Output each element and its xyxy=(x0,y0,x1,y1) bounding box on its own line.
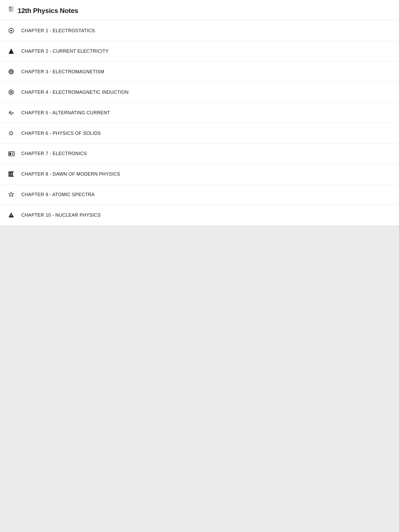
chapter-label-chapter-3: CHAPTER 3 - ELECTROMAGNETISM xyxy=(21,69,104,75)
header: 12th Physics Notes xyxy=(0,0,399,21)
electromagnetism-icon xyxy=(8,69,21,75)
chapter-label-chapter-4: CHAPTER 4 - ELECTROMAGNETIC INDUCTION xyxy=(21,90,129,95)
modern-physics-icon xyxy=(8,171,21,177)
electronics-icon xyxy=(8,151,21,156)
svg-rect-43 xyxy=(11,216,11,217)
chapter-label-chapter-10: CHAPTER 10 - NUCLEAR PHYSICS xyxy=(21,212,101,218)
list-item-chapter-3[interactable]: CHAPTER 3 - ELECTROMAGNETISM xyxy=(0,62,399,82)
nuclear-physics-icon xyxy=(8,212,21,218)
list-item-chapter-9[interactable]: CHAPTER 9 - ATOMIC SPECTRA xyxy=(0,184,399,205)
chapter-label-chapter-7: CHAPTER 7 - ELECTRONICS xyxy=(21,151,87,156)
chapter-label-chapter-6: CHAPTER 6 - PHYSICS OF SOLIDS xyxy=(21,131,101,136)
list-item-chapter-10[interactable]: CHAPTER 10 - NUCLEAR PHYSICS xyxy=(0,205,399,225)
svg-rect-7 xyxy=(10,10,12,11)
physics-of-solids-icon xyxy=(8,130,21,136)
svg-rect-6 xyxy=(10,10,12,10)
document-icon xyxy=(8,6,15,15)
electrostatics-icon xyxy=(8,28,21,34)
svg-rect-42 xyxy=(11,214,11,216)
current-electricity-icon xyxy=(8,48,21,54)
svg-rect-2 xyxy=(10,7,11,8)
svg-rect-37 xyxy=(12,172,13,176)
atomic-spectra-icon xyxy=(8,192,21,197)
svg-rect-3 xyxy=(11,7,12,8)
chapter-label-chapter-2: CHAPTER 2 - CURRENT ELECTRICITY xyxy=(21,49,109,54)
list-item-chapter-4[interactable]: CHAPTER 4 - ELECTROMAGNETIC INDUCTION xyxy=(0,82,399,103)
svg-line-27 xyxy=(12,134,13,135)
svg-point-19 xyxy=(11,92,12,93)
chapter-label-chapter-1: CHAPTER 1 - ELECTROSTATICS xyxy=(21,28,95,34)
chapter-label-chapter-5: CHAPTER 5 - ALTERNATING CURRENT xyxy=(21,110,110,116)
electromagnetic-induction-icon xyxy=(8,89,21,95)
svg-rect-31 xyxy=(9,152,11,155)
svg-rect-5 xyxy=(10,9,12,9)
svg-point-9 xyxy=(10,30,12,31)
list-item-chapter-1[interactable]: CHAPTER 1 - ELECTROSTATICS xyxy=(0,21,399,41)
list-item-chapter-7[interactable]: CHAPTER 7 - ELECTRONICS xyxy=(0,144,399,164)
svg-rect-36 xyxy=(10,172,11,176)
svg-marker-12 xyxy=(9,49,14,54)
svg-line-29 xyxy=(10,134,10,135)
page-title: 12th Physics Notes xyxy=(18,7,78,15)
svg-rect-38 xyxy=(9,171,14,172)
footer-area xyxy=(0,225,399,532)
svg-line-26 xyxy=(10,132,10,132)
list-item-chapter-6[interactable]: CHAPTER 6 - PHYSICS OF SOLIDS xyxy=(0,123,399,144)
app-container: 12th Physics Notes CHAPTER 1 - ELECTROST… xyxy=(0,0,399,532)
svg-rect-35 xyxy=(9,172,10,176)
svg-point-20 xyxy=(10,111,11,113)
list-item-chapter-5[interactable]: CHAPTER 5 - ALTERNATING CURRENT xyxy=(0,103,399,123)
chapter-label-chapter-9: CHAPTER 9 - ATOMIC SPECTRA xyxy=(21,192,95,197)
svg-marker-40 xyxy=(9,192,14,197)
svg-rect-4 xyxy=(11,8,12,8)
list-item-chapter-2[interactable]: CHAPTER 2 - CURRENT ELECTRICITY xyxy=(0,41,399,62)
alternating-current-icon xyxy=(8,110,21,116)
chapter-list: CHAPTER 1 - ELECTROSTATICS CHAPTER 2 - C… xyxy=(0,21,399,225)
chapter-label-chapter-8: CHAPTER 8 - DAWN OF MODERN PHYSICS xyxy=(21,171,120,177)
svg-line-28 xyxy=(12,132,13,132)
svg-rect-39 xyxy=(9,176,14,177)
list-item-chapter-8[interactable]: CHAPTER 8 - DAWN OF MODERN PHYSICS xyxy=(0,164,399,184)
